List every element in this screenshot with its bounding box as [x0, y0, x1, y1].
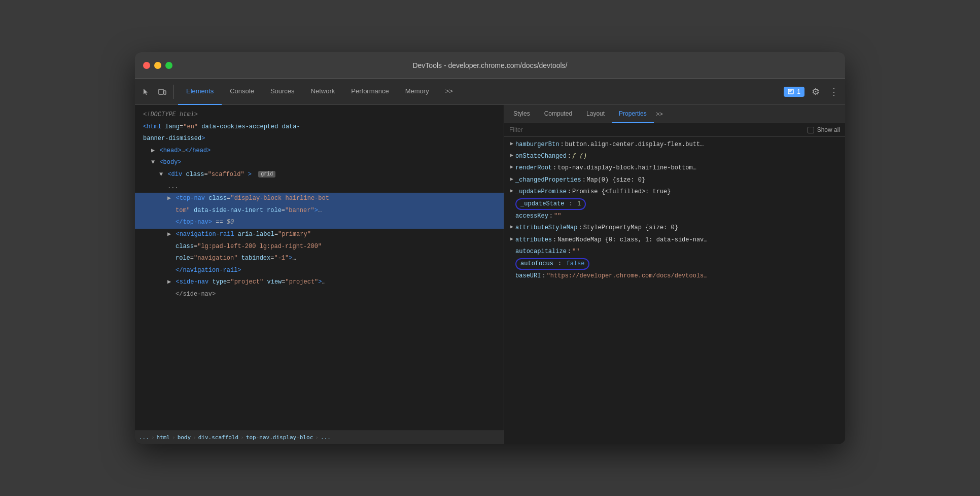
breadcrumb-top-nav[interactable]: top-nav.display-bloc: [246, 434, 313, 441]
prop-baseURI: ▶ baseURI : "https://developer.chrome.co…: [504, 270, 845, 282]
tab-more[interactable]: >>: [437, 79, 461, 105]
window-title: DevTools - developer.chrome.com/docs/dev…: [412, 61, 567, 69]
dom-body: ▼ <body>: [135, 157, 504, 169]
panel-tab-properties[interactable]: Properties: [612, 105, 654, 123]
dom-html-open: <html lang="en" data-cookies-accepted da…: [135, 121, 504, 133]
tabs: Elements Console Sources Network Perform…: [178, 79, 784, 105]
dom-scaffold: ▼ <div class="scaffold" > grid: [135, 169, 504, 181]
show-all-label[interactable]: Show all: [817, 126, 840, 133]
elements-panel: <!DOCTYPE html> <html lang="en" data-coo…: [135, 105, 504, 444]
issues-count: 1: [797, 88, 800, 95]
prop-attributeStyleMap: ▶ attributeStyleMap : StylePropertyMap {…: [504, 222, 845, 234]
device-toggle-icon[interactable]: [155, 85, 169, 99]
dom-nav-rail-close: </navigation-rail>: [135, 265, 504, 277]
panel-more-tabs[interactable]: >>: [656, 111, 663, 118]
devtools-window: DevTools - developer.chrome.com/docs/dev…: [135, 52, 845, 444]
prop-renderRoot: ▶ renderRoot : top-nav.display-block.hai…: [504, 162, 845, 174]
dom-nav-rail-role: role="navigation" tabindex="-1">…: [135, 253, 504, 265]
show-all-checkbox[interactable]: [808, 127, 814, 133]
prop-changedProperties: ▶ _changedProperties : Map(0) {size: 0}: [504, 174, 845, 186]
prop-updatePromise: ▶ _updatePromise : Promise {<fulfilled>:…: [504, 186, 845, 198]
breadcrumb-ellipsis[interactable]: ...: [139, 434, 149, 441]
breadcrumb-body[interactable]: body: [178, 434, 191, 441]
breadcrumb-html[interactable]: html: [157, 434, 170, 441]
cursor-icon[interactable]: [139, 85, 153, 99]
dom-nav-rail-open: ▶ <navigation-rail aria-label="primary": [135, 229, 504, 241]
prop-autocapitalize: ▶ autocapitalize : "": [504, 246, 845, 258]
svg-rect-1: [164, 91, 166, 94]
properties-content: ▶ hamburgerBtn : button.align-center.dis…: [504, 137, 845, 444]
titlebar: DevTools - developer.chrome.com/docs/dev…: [135, 52, 845, 79]
tab-performance[interactable]: Performance: [343, 79, 397, 105]
prop-onStateChanged: ▶ onStateChanged : ƒ (): [504, 151, 845, 162]
settings-button[interactable]: ⚙: [809, 85, 823, 99]
tab-elements[interactable]: Elements: [178, 79, 222, 105]
maximize-button[interactable]: [165, 62, 172, 69]
panel-tabs: Styles Computed Layout Properties >>: [504, 105, 845, 123]
dom-html-continued: banner-dismissed>: [135, 133, 504, 145]
dom-top-nav-close[interactable]: </top-nav> == $0: [135, 217, 504, 229]
tab-console[interactable]: Console: [222, 79, 262, 105]
properties-panel: Styles Computed Layout Properties >> Sho…: [504, 105, 845, 444]
breadcrumb-more[interactable]: ...: [321, 434, 331, 441]
filter-input[interactable]: [509, 126, 803, 133]
minimize-button[interactable]: [154, 62, 161, 69]
show-all-container: Show all: [808, 126, 840, 133]
svg-rect-0: [159, 89, 163, 94]
prop-updateState: ▶ _updateState : 1: [504, 198, 845, 210]
dom-nav-rail-class: class="lg:pad-left-200 lg:pad-right-200": [135, 241, 504, 253]
prop-hamburgerBtn: ▶ hamburgerBtn : button.align-center.dis…: [504, 139, 845, 151]
tab-network[interactable]: Network: [303, 79, 343, 105]
prop-accessKey: ▶ accessKey : "": [504, 210, 845, 222]
filter-bar: Show all: [504, 123, 845, 137]
dom-head: ▶ <head>…</head>: [135, 145, 504, 157]
prop-attributes: ▶ attributes : NamedNodeMap {0: class, 1…: [504, 234, 845, 246]
update-state-highlight: _updateState : 1: [515, 198, 586, 210]
main-content: <!DOCTYPE html> <html lang="en" data-coo…: [135, 105, 845, 444]
tab-sources[interactable]: Sources: [262, 79, 303, 105]
dom-doctype: <!DOCTYPE html>: [135, 109, 504, 121]
panel-tab-styles[interactable]: Styles: [506, 105, 537, 123]
issues-badge-button[interactable]: 1: [784, 87, 804, 97]
toolbar: Elements Console Sources Network Perform…: [135, 79, 845, 105]
devtools-body: Elements Console Sources Network Perform…: [135, 79, 845, 444]
dom-top-nav-attrs[interactable]: tom" data-side-nav-inert role="banner">…: [135, 205, 504, 217]
toolbar-icons: [139, 85, 174, 99]
tab-memory[interactable]: Memory: [397, 79, 437, 105]
panel-tab-layout[interactable]: Layout: [579, 105, 612, 123]
dom-side-nav-trunc: </side-nav>: [135, 289, 504, 301]
autofocus-highlight: autofocus : false: [515, 258, 589, 270]
prop-autofocus: ▶ autofocus : false: [504, 258, 845, 270]
panel-tab-computed[interactable]: Computed: [537, 105, 579, 123]
dom-ellipsis: ...: [135, 181, 504, 193]
close-button[interactable]: [143, 62, 150, 69]
breadcrumb: ... › html › body › div.scaffold › top-n…: [135, 431, 504, 444]
breadcrumb-scaffold[interactable]: div.scaffold: [198, 434, 238, 441]
grid-badge: grid: [258, 171, 275, 178]
toolbar-right: 1 ⚙ ⋮: [784, 85, 841, 99]
dom-top-nav-open[interactable]: ▶ <top-nav class="display-block hairline…: [135, 193, 504, 205]
dom-side-nav: ▶ <side-nav type="project" view="project…: [135, 276, 504, 289]
more-options-button[interactable]: ⋮: [827, 85, 841, 99]
dom-tree[interactable]: <!DOCTYPE html> <html lang="en" data-coo…: [135, 105, 504, 431]
traffic-lights: [143, 62, 172, 69]
